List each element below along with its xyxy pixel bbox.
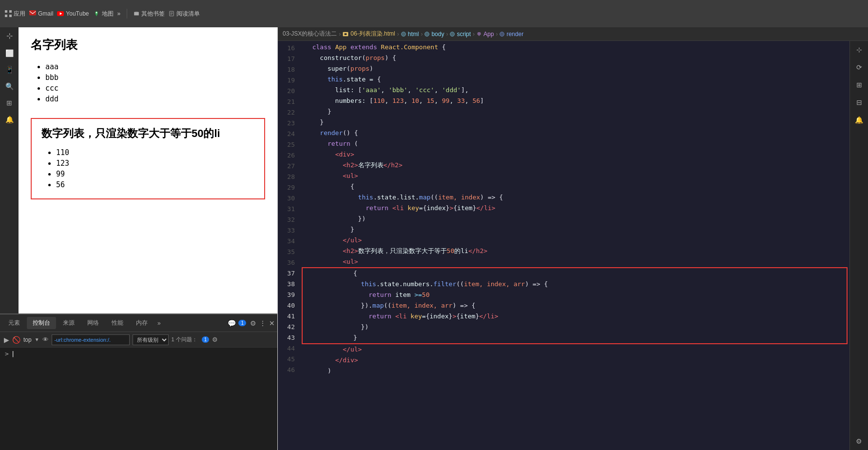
tab-performance[interactable]: 性能: [106, 317, 129, 329]
bookmark-reader[interactable]: 阅读清单: [169, 10, 200, 18]
list-item: ddd: [45, 95, 265, 103]
code-line-39: return item >=50: [303, 290, 847, 300]
section2-title: 数字列表，只渲染数字大于等于50的li: [41, 126, 254, 141]
sidebar-inspect-icon[interactable]: ⬜: [5, 49, 14, 57]
code-line-42: }): [303, 322, 847, 333]
svg-point-15: [401, 32, 405, 36]
bookmark-maps[interactable]: 地图: [93, 10, 114, 18]
console-cursor: |: [11, 350, 15, 357]
bookmark-youtube-label: YouTube: [66, 10, 89, 17]
code-line-36: <ul>: [300, 256, 849, 267]
list-item: 99: [56, 170, 254, 178]
console-level-select[interactable]: 所有级别: [133, 334, 169, 345]
editor-sidebar-icon-3[interactable]: ⊞: [856, 81, 862, 89]
editor-sidebar-icon-6[interactable]: ⚙: [856, 437, 862, 445]
console-filter-input[interactable]: [52, 334, 130, 345]
toolbar-top-label: top: [23, 336, 32, 343]
number-section: 数字列表，只渲染数字大于等于50的li 110 123 99 56: [31, 118, 265, 199]
console-output[interactable]: > |: [0, 348, 277, 450]
bookmarks-bar: 应用 Gmail YouTube 地图 » 其他书签: [5, 9, 200, 19]
bookmark-apps[interactable]: 应用: [5, 10, 25, 18]
breadcrumb-item-5: App: [483, 31, 494, 38]
code-line-21: numbers: [110, 123, 10, 15, 99, 33, 56]: [300, 96, 849, 106]
code-line-38: this.state.numbers.filter((item, index, …: [303, 279, 847, 290]
svg-rect-4: [29, 10, 36, 16]
svg-point-7: [96, 12, 97, 14]
breadcrumb-item-0: 03-JSX的核心语法二: [283, 30, 337, 38]
breadcrumb: 03-JSX的核心语法二 › 06-列表渲染.html › html › bod…: [278, 27, 868, 41]
tab-elements[interactable]: 元素: [2, 317, 26, 329]
devtools-toolbar: ▶ 🚫 top ▼ 👁 所有级别 1 个问题： 1 ⚙: [0, 332, 277, 348]
devtools-close-icon[interactable]: ✕: [269, 319, 275, 327]
tab-console[interactable]: 控制台: [27, 317, 56, 329]
tab-more[interactable]: »: [154, 318, 164, 329]
svg-rect-3: [9, 15, 12, 17]
editor-sidebar-icon-4[interactable]: ⊟: [856, 98, 862, 106]
bookmark-reader-label: 阅读清单: [176, 10, 200, 18]
bookmark-youtube[interactable]: YouTube: [57, 10, 89, 17]
breadcrumb-sep: ›: [446, 31, 448, 38]
name-list: aaa bbb ccc ddd: [31, 62, 265, 103]
sidebar-cursor-icon[interactable]: ⊹: [6, 31, 13, 40]
devtools-panel: 元素 控制台 来源 网络 性能 内存: [0, 313, 277, 450]
bookmark-apps-label: 应用: [14, 10, 25, 18]
toolbar-eye-icon[interactable]: 👁: [42, 336, 49, 343]
code-line-46: ): [300, 366, 849, 376]
code-line-24: render() {: [300, 128, 849, 138]
editor-sidebar-icon-1[interactable]: ⊹: [856, 46, 862, 54]
code-line-17: constructor(props) {: [300, 53, 849, 63]
code-line-29: {: [300, 181, 849, 192]
bookmark-more[interactable]: »: [117, 10, 121, 17]
svg-rect-8: [134, 12, 139, 15]
list-item: aaa: [45, 62, 265, 71]
list-item: 110: [56, 148, 254, 157]
editor-panel: 03-JSX的核心语法二 › 06-列表渲染.html › html › bod…: [278, 27, 868, 450]
browser-content: 名字列表 aaa bbb ccc ddd 数字列表，只渲染数字大于等于50的li…: [19, 27, 277, 313]
code-line-27: <h2>名字列表</h2>: [300, 160, 849, 171]
code-line-18: super(props): [300, 63, 849, 74]
code-line-20: list: ['aaa', 'bbb', 'ccc', 'ddd'],: [300, 85, 849, 96]
editor-sidebar-icon-5[interactable]: 🔔: [855, 116, 863, 124]
bookmark-gmail[interactable]: Gmail: [29, 10, 53, 17]
breadcrumb-sep: ›: [397, 31, 399, 38]
code-line-35: <h2>数字列表，只渲染数字大于等于50的li</h2>: [300, 246, 849, 256]
code-line-33: }: [300, 224, 849, 235]
code-line-26: <div>: [300, 149, 849, 160]
code-line-19: this.state = {: [300, 74, 849, 85]
sidebar-mobile-icon[interactable]: 📱: [5, 66, 14, 74]
devtools-tabbar: 元素 控制台 来源 网络 性能 内存: [0, 314, 277, 332]
code-area: class App extends React.Component { cons…: [300, 41, 849, 450]
sidebar-layers-icon[interactable]: ⊞: [6, 99, 12, 107]
tab-network[interactable]: 网络: [81, 317, 105, 329]
devtools-more-icon[interactable]: ⋮: [259, 319, 266, 327]
breadcrumb-sep: ›: [496, 31, 498, 38]
breadcrumb-sep: ›: [421, 31, 423, 38]
tab-memory[interactable]: 内存: [130, 317, 154, 329]
bookmark-gmail-label: Gmail: [38, 10, 53, 17]
highlighted-code-block: { this.state.numbers.filter((item, index…: [302, 267, 848, 344]
code-line-40: }).map((item, index, arr) => {: [303, 300, 847, 311]
browser-toolbar: 应用 Gmail YouTube 地图 » 其他书签: [0, 0, 868, 27]
bookmark-maps-label: 地图: [102, 10, 114, 18]
toolbar-top-arrow[interactable]: ▼: [35, 337, 39, 342]
svg-point-16: [425, 32, 429, 36]
breadcrumb-item-2: html: [408, 31, 419, 38]
sidebar-bell-icon[interactable]: 🔔: [5, 116, 14, 123]
code-line-16: class App extends React.Component {: [300, 42, 849, 53]
svg-point-17: [450, 32, 455, 36]
console-badge: 1: [238, 320, 246, 326]
tab-sources[interactable]: 来源: [57, 317, 80, 329]
bookmark-other[interactable]: 其他书签: [134, 10, 165, 18]
editor-sidebar-icon-2[interactable]: ⟳: [856, 63, 862, 71]
line-numbers: 16 17 18 19 20 21 22 23 24 25 26 27 28 2…: [278, 41, 300, 450]
toolbar-block-icon[interactable]: 🚫: [12, 336, 20, 344]
devtools-settings-icon[interactable]: ⚙: [250, 319, 256, 327]
breadcrumb-item-1: 06-列表渲染.html: [350, 30, 395, 38]
code-editor: 16 17 18 19 20 21 22 23 24 25 26 27 28 2…: [278, 41, 868, 450]
sidebar-search-icon[interactable]: 🔍: [5, 82, 14, 90]
code-line-31: return <li key={index}>{item}</li>: [300, 203, 849, 214]
toolbar-play-icon[interactable]: ▶: [4, 336, 9, 344]
list-item: ccc: [45, 84, 265, 93]
section1-title: 名字列表: [31, 37, 265, 53]
console-gear-icon[interactable]: ⚙: [212, 336, 218, 343]
